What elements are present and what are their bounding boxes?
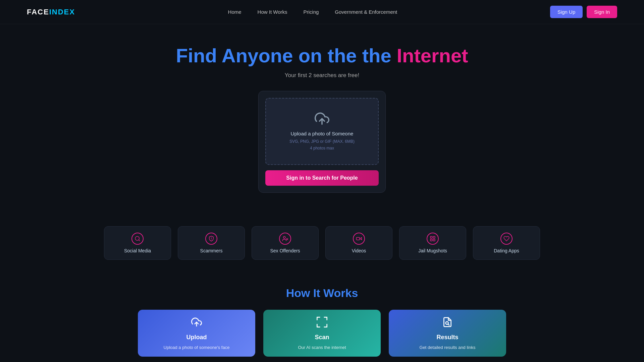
nav-actions: Sign Up Sign In	[550, 6, 617, 18]
scammers-label: Scammers	[200, 248, 223, 253]
how-scan-icon	[317, 317, 327, 330]
logo: FACEINDEX	[27, 8, 75, 16]
videos-icon	[353, 233, 365, 245]
how-card-scan: Scan Our AI scans the internet	[263, 310, 381, 357]
signup-button[interactable]: Sign Up	[550, 6, 583, 18]
jail-mugshots-icon	[427, 233, 439, 245]
svg-line-16	[448, 324, 449, 325]
svg-rect-8	[357, 237, 360, 240]
dating-apps-label: Dating Apps	[494, 248, 519, 253]
headline-blue: Find Anyone on the the	[176, 45, 391, 66]
headline-pink: Internet	[397, 45, 468, 66]
how-it-works-title: How It Works	[67, 287, 577, 300]
hero-subtitle: Your first 2 searches are free!	[7, 72, 637, 79]
upload-card: Upload a photo of Someone SVG, PNG, JPG …	[258, 91, 386, 193]
sex-offenders-label: Sex Offenders	[270, 248, 300, 253]
how-results-title: Results	[436, 334, 458, 341]
svg-rect-12	[433, 239, 435, 241]
svg-point-5	[283, 236, 285, 238]
nav-pricing[interactable]: Pricing	[304, 9, 319, 15]
how-card-upload: Upload Upload a photo of someone's face	[138, 310, 255, 357]
features-row: Social Media Scammers Sex Offenders	[0, 220, 644, 277]
hero-headline: Find Anyone on the the Internet	[7, 44, 637, 67]
jail-mugshots-label: Jail Mugshots	[418, 248, 447, 253]
feature-dating-apps[interactable]: Dating Apps	[473, 226, 540, 260]
svg-marker-9	[360, 237, 362, 240]
how-upload-title: Upload	[186, 334, 207, 341]
how-scan-title: Scan	[315, 334, 329, 341]
dropzone-sub-text: SVG, PNG, JPG or GIF (MAX. 6MB) 4 photos…	[289, 138, 355, 151]
signin-button[interactable]: Sign In	[587, 6, 617, 18]
upload-dropzone[interactable]: Upload a photo of Someone SVG, PNG, JPG …	[265, 98, 379, 165]
svg-rect-10	[430, 236, 432, 238]
how-cards: Upload Upload a photo of someone's face …	[67, 310, 577, 357]
dating-apps-icon	[500, 233, 513, 245]
svg-rect-11	[433, 236, 435, 238]
social-media-icon	[131, 233, 144, 245]
upload-icon	[315, 111, 329, 126]
nav-how-it-works[interactable]: How It Works	[258, 9, 287, 15]
navbar: FACEINDEX Home How It Works Pricing Gove…	[0, 0, 644, 24]
scammers-icon	[205, 233, 217, 245]
hero-section: Find Anyone on the the Internet Your fir…	[0, 24, 644, 220]
videos-label: Videos	[352, 248, 366, 253]
feature-sex-offenders[interactable]: Sex Offenders	[252, 226, 319, 260]
logo-index: INDEX	[49, 8, 75, 16]
svg-line-2	[139, 240, 140, 241]
nav-home[interactable]: Home	[228, 9, 241, 15]
feature-videos[interactable]: Videos	[325, 226, 392, 260]
logo-face: FACE	[27, 8, 49, 16]
how-results-icon	[442, 317, 453, 330]
svg-rect-13	[430, 239, 432, 241]
how-scan-desc: Our AI scans the internet	[298, 345, 346, 350]
feature-scammers[interactable]: Scammers	[178, 226, 245, 260]
how-it-works-section: How It Works Upload Upload a photo of so…	[0, 277, 644, 362]
how-results-desc: Get detailed results and links	[420, 345, 476, 350]
sex-offenders-icon	[279, 233, 291, 245]
how-upload-desc: Upload a photo of someone's face	[164, 345, 230, 350]
search-button[interactable]: Sign in to Search for People	[265, 170, 379, 186]
nav-links: Home How It Works Pricing Government & E…	[228, 9, 397, 15]
dropzone-main-text: Upload a photo of Someone	[291, 131, 354, 136]
nav-government[interactable]: Government & Enforcement	[335, 9, 397, 15]
feature-social-media[interactable]: Social Media	[104, 226, 171, 260]
feature-jail-mugshots[interactable]: Jail Mugshots	[399, 226, 466, 260]
how-upload-icon	[191, 317, 202, 330]
upload-container: Upload a photo of Someone SVG, PNG, JPG …	[7, 91, 637, 193]
how-card-results: Results Get detailed results and links	[389, 310, 506, 357]
social-media-label: Social Media	[124, 248, 151, 253]
